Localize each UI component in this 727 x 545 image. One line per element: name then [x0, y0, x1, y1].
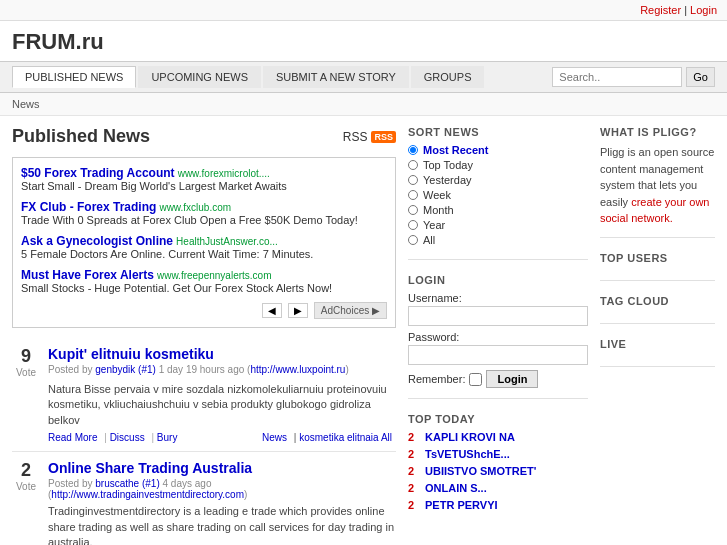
ad-title-4[interactable]: Must Have Forex Alerts [21, 268, 154, 282]
top-today-item-4: 2 ONLAIN S... [408, 482, 588, 494]
sort-radio-all[interactable] [408, 235, 418, 245]
tag-news-1[interactable]: News [262, 432, 287, 443]
top-today-item-1: 2 KAPLI KROVI NA [408, 431, 588, 443]
tag-cloud-section: TAG CLOUD [600, 295, 715, 324]
top-today-item-3: 2 UBIISTVO SMOTRET' [408, 465, 588, 477]
login-button[interactable]: Login [486, 370, 538, 388]
sort-radio-top-today[interactable] [408, 160, 418, 170]
news-actions-left-1: Read More | Discuss | Bury [48, 432, 181, 443]
ad-title-2[interactable]: FX Club - Forex Trading [21, 200, 156, 214]
top-today-link-1[interactable]: KAPLI KROVI NA [425, 431, 515, 443]
login-link[interactable]: Login [690, 4, 717, 16]
top-today-link-4[interactable]: ONLAIN S... [425, 482, 487, 494]
top-today-title: TOP TODAY [408, 413, 588, 425]
nav-item-published-news[interactable]: PUBLISHED NEWS [12, 66, 136, 88]
news-item-2-header: 2 Vote Online Share Trading Australia Po… [12, 460, 396, 500]
rss-icon[interactable]: RSS [371, 131, 396, 143]
vote-box-1: 9 Vote [12, 346, 40, 378]
ad-title-3[interactable]: Ask a Gynecologist Online [21, 234, 173, 248]
sort-top-today[interactable]: Top Today [408, 159, 588, 171]
ad-desc-4: Small Stocks - Huge Potential. Get Our F… [21, 282, 332, 294]
top-today-link-2[interactable]: TsVETUShchE... [425, 448, 510, 460]
news-excerpt-1: Natura Bisse pervaia v mire sozdala nizk… [48, 382, 396, 428]
ad-url-4: www.freepennyalerts.com [157, 270, 272, 281]
ad-url-1: www.forexmicrolot.... [178, 168, 270, 179]
ad-desc-1: Start Small - Dream Big World's Largest … [21, 180, 287, 192]
sort-yesterday[interactable]: Yesterday [408, 174, 588, 186]
news-url-2[interactable]: http://www.tradingainvestmentdirectory.c… [51, 489, 244, 500]
ad-footer: ◀ ▶ AdChoices ▶ [21, 302, 387, 319]
remember-checkbox[interactable] [469, 373, 482, 386]
nav-bar: PUBLISHED NEWS UPCOMING NEWS SUBMIT A NE… [0, 61, 727, 93]
tag-cloud-title: TAG CLOUD [600, 295, 715, 307]
read-more-1[interactable]: Read More [48, 432, 97, 443]
news-author-2[interactable]: bruscathe (#1) [95, 478, 159, 489]
vote-label-2[interactable]: Vote [12, 481, 40, 492]
discuss-1[interactable]: Discuss [110, 432, 145, 443]
news-author-1[interactable]: genbydik (#1) [95, 364, 156, 375]
nav-item-groups[interactable]: GROUPS [411, 66, 485, 88]
ad-desc-2: Trade With 0 Spreads at Forex Club Open … [21, 214, 358, 226]
sort-year[interactable]: Year [408, 219, 588, 231]
ad-item-3: Ask a Gynecologist Online HealthJustAnsw… [21, 234, 387, 260]
search-input[interactable] [552, 67, 682, 87]
rss-area: RSS RSS [343, 130, 396, 144]
news-section-title: Published News [12, 126, 150, 147]
sort-week[interactable]: Week [408, 189, 588, 201]
sort-radio-year[interactable] [408, 220, 418, 230]
sort-radio-most-recent[interactable] [408, 145, 418, 155]
password-input[interactable] [408, 345, 588, 365]
tag-kosmetika-1[interactable]: kosmetika elitnaia All [299, 432, 392, 443]
sort-radio-week[interactable] [408, 190, 418, 200]
search-button[interactable]: Go [686, 67, 715, 87]
vote-label-1[interactable]: Vote [12, 367, 40, 378]
ad-url-3: HealthJustAnswer.co... [176, 236, 278, 247]
register-link[interactable]: Register [640, 4, 681, 16]
top-today-item-5: 2 PETR PERVYI [408, 499, 588, 511]
breadcrumb-bar: News [0, 93, 727, 116]
site-title: FRUM.ru [12, 29, 715, 55]
bury-1[interactable]: Bury [157, 432, 178, 443]
pligg-description: Pligg is an open source content manageme… [600, 144, 715, 227]
top-users-section: TOP USERS [600, 252, 715, 281]
news-item-2: 2 Vote Online Share Trading Australia Po… [12, 452, 396, 545]
remember-label: Remember: [408, 373, 465, 385]
top-today-num-1: 2 [408, 431, 420, 443]
news-item-2-body: Online Share Trading Australia Posted by… [48, 460, 396, 500]
sort-news-section: SORT NEWS Most Recent Top Today Yesterda… [408, 126, 588, 260]
nav-item-upcoming-news[interactable]: UPCOMING NEWS [138, 66, 261, 88]
username-input[interactable] [408, 306, 588, 326]
ad-item-4: Must Have Forex Alerts www.freepennyaler… [21, 268, 387, 294]
sort-all[interactable]: All [408, 234, 588, 246]
news-meta-1: Posted by genbydik (#1) 1 day 19 hours a… [48, 364, 396, 375]
news-url-1[interactable]: http://www.luxpoint.ru [250, 364, 345, 375]
mid-column: SORT NEWS Most Recent Top Today Yesterda… [408, 126, 588, 545]
news-actions-right-1: News | kosmetika elitnaia All [262, 432, 396, 443]
vote-box-2: 2 Vote [12, 460, 40, 492]
ad-next-button[interactable]: ▶ [288, 303, 308, 318]
news-excerpt-2: Tradinginvestmentdirectory is a leading … [48, 504, 396, 545]
top-today-item-2: 2 TsVETUShchE... [408, 448, 588, 460]
news-title-1[interactable]: Kupit' elitnuiu kosmetiku [48, 346, 214, 362]
top-today-link-5[interactable]: PETR PERVYI [425, 499, 498, 511]
vote-count-2: 2 [12, 460, 40, 481]
header: FRUM.ru [0, 21, 727, 61]
vote-count-1: 9 [12, 346, 40, 367]
live-section: LIVE [600, 338, 715, 367]
sort-news-title: SORT NEWS [408, 126, 588, 138]
username-label: Username: [408, 292, 588, 304]
left-column: Published News RSS RSS $50 Forex Trading… [12, 126, 396, 545]
sort-month[interactable]: Month [408, 204, 588, 216]
adchoices-label[interactable]: AdChoices ▶ [314, 302, 387, 319]
ad-title-1[interactable]: $50 Forex Trading Account [21, 166, 175, 180]
ad-prev-button[interactable]: ◀ [262, 303, 282, 318]
sort-most-recent[interactable]: Most Recent [408, 144, 588, 156]
right-column: WHAT IS PLIGG? Pligg is an open source c… [600, 126, 715, 545]
top-today-num-3: 2 [408, 465, 420, 477]
top-today-link-3[interactable]: UBIISTVO SMOTRET' [425, 465, 536, 477]
sort-radio-yesterday[interactable] [408, 175, 418, 185]
sort-radio-month[interactable] [408, 205, 418, 215]
nav-item-submit[interactable]: SUBMIT A NEW STORY [263, 66, 409, 88]
ad-item-2: FX Club - Forex Trading www.fxclub.com T… [21, 200, 387, 226]
news-title-2[interactable]: Online Share Trading Australia [48, 460, 252, 476]
